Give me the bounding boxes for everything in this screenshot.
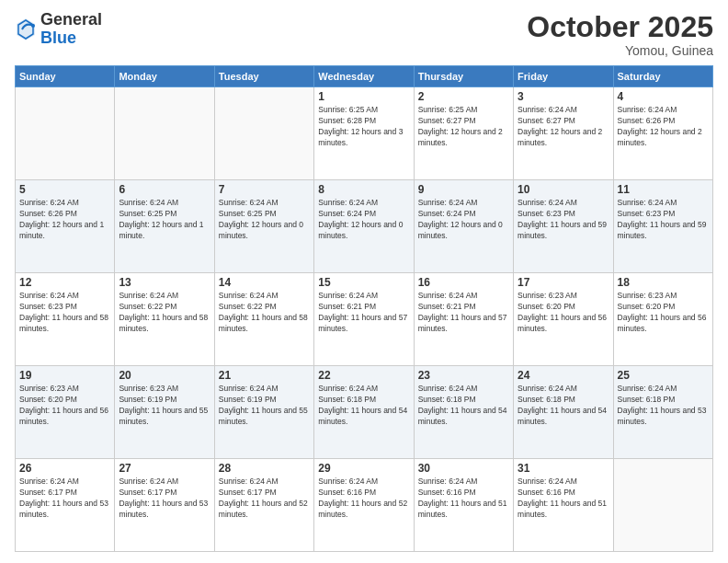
calendar-day-cell: 16Sunrise: 6:24 AM Sunset: 6:21 PM Dayli…	[414, 273, 513, 366]
day-info: Sunrise: 6:24 AM Sunset: 6:23 PM Dayligh…	[618, 198, 709, 242]
day-number: 22	[318, 369, 409, 382]
calendar-header-thursday: Thursday	[414, 66, 513, 87]
calendar-day-cell	[613, 459, 712, 552]
day-info: Sunrise: 6:24 AM Sunset: 6:25 PM Dayligh…	[219, 198, 310, 242]
day-info: Sunrise: 6:24 AM Sunset: 6:22 PM Dayligh…	[219, 291, 310, 335]
calendar-day-cell: 9Sunrise: 6:24 AM Sunset: 6:24 PM Daylig…	[414, 180, 513, 273]
day-number: 7	[219, 183, 310, 196]
day-info: Sunrise: 6:24 AM Sunset: 6:16 PM Dayligh…	[518, 477, 609, 521]
calendar-day-cell: 23Sunrise: 6:24 AM Sunset: 6:18 PM Dayli…	[414, 366, 513, 459]
day-info: Sunrise: 6:24 AM Sunset: 6:25 PM Dayligh…	[119, 198, 210, 242]
day-number: 21	[219, 369, 310, 382]
logo-icon	[15, 17, 37, 42]
calendar-day-cell: 3Sunrise: 6:24 AM Sunset: 6:27 PM Daylig…	[514, 87, 613, 180]
calendar-day-cell: 22Sunrise: 6:24 AM Sunset: 6:18 PM Dayli…	[314, 366, 414, 459]
day-info: Sunrise: 6:24 AM Sunset: 6:17 PM Dayligh…	[219, 477, 310, 521]
calendar-day-cell: 12Sunrise: 6:24 AM Sunset: 6:23 PM Dayli…	[16, 273, 115, 366]
day-info: Sunrise: 6:25 AM Sunset: 6:27 PM Dayligh…	[418, 105, 509, 149]
svg-point-2	[31, 24, 35, 28]
page: General Blue October 2025 Yomou, Guinea …	[0, 0, 728, 563]
day-info: Sunrise: 6:24 AM Sunset: 6:18 PM Dayligh…	[318, 384, 409, 428]
calendar-header-row: SundayMondayTuesdayWednesdayThursdayFrid…	[16, 66, 713, 87]
day-info: Sunrise: 6:23 AM Sunset: 6:20 PM Dayligh…	[518, 291, 609, 335]
calendar-day-cell: 8Sunrise: 6:24 AM Sunset: 6:24 PM Daylig…	[314, 180, 414, 273]
day-info: Sunrise: 6:24 AM Sunset: 6:23 PM Dayligh…	[19, 291, 110, 335]
day-number: 8	[318, 183, 409, 196]
day-info: Sunrise: 6:25 AM Sunset: 6:28 PM Dayligh…	[318, 105, 409, 149]
day-info: Sunrise: 6:24 AM Sunset: 6:24 PM Dayligh…	[418, 198, 509, 242]
day-info: Sunrise: 6:24 AM Sunset: 6:17 PM Dayligh…	[119, 477, 210, 521]
day-number: 27	[119, 462, 210, 475]
calendar-day-cell: 7Sunrise: 6:24 AM Sunset: 6:25 PM Daylig…	[214, 180, 313, 273]
day-number: 17	[518, 276, 609, 289]
day-info: Sunrise: 6:24 AM Sunset: 6:26 PM Dayligh…	[618, 105, 709, 149]
day-info: Sunrise: 6:24 AM Sunset: 6:18 PM Dayligh…	[418, 384, 509, 428]
calendar-day-cell: 21Sunrise: 6:24 AM Sunset: 6:19 PM Dayli…	[214, 366, 313, 459]
calendar-day-cell: 5Sunrise: 6:24 AM Sunset: 6:26 PM Daylig…	[16, 180, 115, 273]
day-info: Sunrise: 6:24 AM Sunset: 6:18 PM Dayligh…	[618, 384, 709, 428]
day-info: Sunrise: 6:23 AM Sunset: 6:20 PM Dayligh…	[618, 291, 709, 335]
day-number: 20	[119, 369, 210, 382]
day-info: Sunrise: 6:24 AM Sunset: 6:16 PM Dayligh…	[318, 477, 409, 521]
day-info: Sunrise: 6:24 AM Sunset: 6:18 PM Dayligh…	[518, 384, 609, 428]
day-number: 13	[119, 276, 210, 289]
calendar-header-monday: Monday	[115, 66, 214, 87]
calendar-day-cell	[115, 87, 214, 180]
day-number: 9	[418, 183, 509, 196]
calendar-header-tuesday: Tuesday	[214, 66, 313, 87]
day-info: Sunrise: 6:24 AM Sunset: 6:21 PM Dayligh…	[318, 291, 409, 335]
calendar-day-cell: 28Sunrise: 6:24 AM Sunset: 6:17 PM Dayli…	[214, 459, 313, 552]
logo-general: General	[40, 11, 102, 29]
day-number: 24	[518, 369, 609, 382]
day-info: Sunrise: 6:24 AM Sunset: 6:23 PM Dayligh…	[518, 198, 609, 242]
day-number: 14	[219, 276, 310, 289]
calendar-header-saturday: Saturday	[613, 66, 712, 87]
day-number: 29	[318, 462, 409, 475]
day-info: Sunrise: 6:24 AM Sunset: 6:19 PM Dayligh…	[219, 384, 310, 428]
calendar-day-cell: 19Sunrise: 6:23 AM Sunset: 6:20 PM Dayli…	[16, 366, 115, 459]
calendar-header-sunday: Sunday	[16, 66, 115, 87]
logo-blue: Blue	[40, 29, 102, 48]
day-number: 3	[518, 90, 609, 103]
calendar-day-cell: 2Sunrise: 6:25 AM Sunset: 6:27 PM Daylig…	[414, 87, 513, 180]
header: General Blue October 2025 Yomou, Guinea	[15, 11, 713, 58]
day-info: Sunrise: 6:24 AM Sunset: 6:27 PM Dayligh…	[518, 105, 609, 149]
calendar-week-row: 1Sunrise: 6:25 AM Sunset: 6:28 PM Daylig…	[16, 87, 713, 180]
day-number: 18	[618, 276, 709, 289]
logo-text: General Blue	[40, 11, 102, 48]
day-number: 23	[418, 369, 509, 382]
day-info: Sunrise: 6:24 AM Sunset: 6:17 PM Dayligh…	[19, 477, 110, 521]
svg-marker-0	[17, 18, 35, 40]
day-number: 11	[618, 183, 709, 196]
calendar-week-row: 19Sunrise: 6:23 AM Sunset: 6:20 PM Dayli…	[16, 366, 713, 459]
day-info: Sunrise: 6:24 AM Sunset: 6:21 PM Dayligh…	[418, 291, 509, 335]
day-info: Sunrise: 6:24 AM Sunset: 6:16 PM Dayligh…	[418, 477, 509, 521]
day-info: Sunrise: 6:24 AM Sunset: 6:22 PM Dayligh…	[119, 291, 210, 335]
calendar-day-cell: 6Sunrise: 6:24 AM Sunset: 6:25 PM Daylig…	[115, 180, 214, 273]
day-number: 30	[418, 462, 509, 475]
calendar-header-wednesday: Wednesday	[314, 66, 414, 87]
title-block: October 2025 Yomou, Guinea	[527, 11, 713, 58]
calendar-day-cell: 10Sunrise: 6:24 AM Sunset: 6:23 PM Dayli…	[514, 180, 613, 273]
day-number: 25	[618, 369, 709, 382]
calendar-day-cell	[214, 87, 313, 180]
calendar-day-cell: 27Sunrise: 6:24 AM Sunset: 6:17 PM Dayli…	[115, 459, 214, 552]
calendar-day-cell: 13Sunrise: 6:24 AM Sunset: 6:22 PM Dayli…	[115, 273, 214, 366]
calendar-day-cell: 4Sunrise: 6:24 AM Sunset: 6:26 PM Daylig…	[613, 87, 712, 180]
day-number: 6	[119, 183, 210, 196]
calendar-day-cell: 17Sunrise: 6:23 AM Sunset: 6:20 PM Dayli…	[514, 273, 613, 366]
day-number: 12	[19, 276, 110, 289]
day-info: Sunrise: 6:23 AM Sunset: 6:19 PM Dayligh…	[119, 384, 210, 428]
day-info: Sunrise: 6:24 AM Sunset: 6:24 PM Dayligh…	[318, 198, 409, 242]
day-number: 26	[19, 462, 110, 475]
calendar-day-cell: 24Sunrise: 6:24 AM Sunset: 6:18 PM Dayli…	[514, 366, 613, 459]
day-info: Sunrise: 6:23 AM Sunset: 6:20 PM Dayligh…	[19, 384, 110, 428]
day-number: 31	[518, 462, 609, 475]
calendar-week-row: 26Sunrise: 6:24 AM Sunset: 6:17 PM Dayli…	[16, 459, 713, 552]
calendar-day-cell	[16, 87, 115, 180]
calendar-day-cell: 20Sunrise: 6:23 AM Sunset: 6:19 PM Dayli…	[115, 366, 214, 459]
day-number: 4	[618, 90, 709, 103]
day-number: 15	[318, 276, 409, 289]
calendar-day-cell: 14Sunrise: 6:24 AM Sunset: 6:22 PM Dayli…	[214, 273, 313, 366]
day-number: 1	[318, 90, 409, 103]
